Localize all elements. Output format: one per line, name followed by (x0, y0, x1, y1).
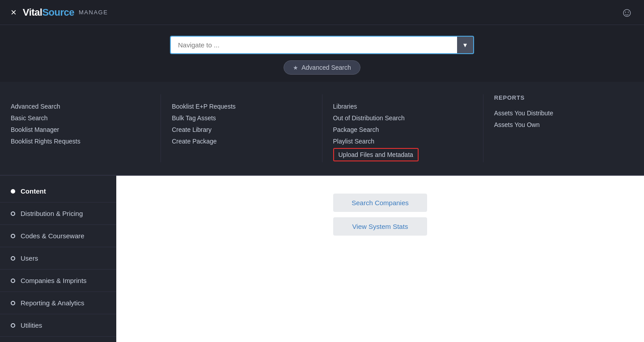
link-booklist-rights-requests[interactable]: Booklist Rights Requests (11, 135, 150, 147)
link-create-package[interactable]: Create Package (172, 135, 311, 147)
logo-source: Source (42, 7, 74, 18)
sidebar-bullet-content (11, 189, 15, 194)
sidebar-bullet-companies (11, 279, 15, 283)
link-assets-you-distribute[interactable]: Assets You Distribute (494, 107, 633, 119)
search-companies-button[interactable]: Search Companies (333, 194, 427, 212)
sidebar-bullet-users (11, 256, 15, 261)
sidebar-bullet-codes (11, 234, 15, 238)
navigate-input-wrap: ▾ (170, 36, 474, 54)
dropdown-col-4: Reports Assets You Distribute Assets You… (483, 94, 644, 162)
sidebar-label-utilities: Utilities (21, 321, 42, 329)
link-out-of-distribution-search[interactable]: Out of Distribution Search (333, 112, 472, 124)
logo: VitalSource MANAGE (23, 7, 108, 18)
link-playlist-search[interactable]: Playlist Search (333, 135, 472, 147)
utility-buttons: Search Companies View System Stats (333, 194, 427, 236)
topbar: × VitalSource MANAGE ☺ (0, 0, 644, 25)
page-body: Content Distribution & Pricing Codes & C… (0, 176, 644, 342)
sidebar-bullet-utilities (11, 323, 15, 328)
sidebar-label-reporting: Reporting & Analytics (21, 299, 85, 307)
dropdown-col-2: Booklist E+P Requests Bulk Tag Assets Cr… (161, 94, 322, 162)
sidebar-item-utilities[interactable]: Utilities (0, 314, 116, 337)
sidebar-bullet-reporting (11, 301, 15, 305)
logo-vital: Vital (23, 7, 42, 18)
sidebar-label-users: Users (21, 254, 38, 262)
link-libraries[interactable]: Libraries (333, 101, 472, 112)
dropdown-col-4-header: Reports (494, 94, 633, 101)
sidebar-item-companies[interactable]: Companies & Imprints (0, 270, 116, 292)
link-package-search[interactable]: Package Search (333, 124, 472, 135)
link-upload-files-metadata[interactable]: Upload Files and Metadata (333, 148, 419, 161)
sidebar-label-distribution: Distribution & Pricing (21, 210, 83, 217)
sidebar-item-users[interactable]: Users (0, 247, 116, 270)
link-create-library[interactable]: Create Library (172, 124, 311, 135)
dropdown-col-1: Advanced Search Basic Search Booklist Ma… (0, 94, 161, 162)
dropdown-menu: Advanced Search Basic Search Booklist Ma… (0, 82, 644, 176)
link-booklist-manager[interactable]: Booklist Manager (11, 124, 150, 135)
sidebar-label-codes: Codes & Courseware (21, 232, 85, 240)
user-icon[interactable]: ☺ (620, 5, 633, 19)
logo-manage: MANAGE (79, 9, 108, 16)
view-system-stats-button[interactable]: View System Stats (333, 217, 427, 236)
main-content: Search Companies View System Stats (116, 176, 644, 342)
sidebar-label-companies: Companies & Imprints (21, 277, 87, 284)
sidebar-label-content: Content (21, 187, 46, 195)
sidebar-item-reporting[interactable]: Reporting & Analytics (0, 292, 116, 314)
sidebar-item-codes[interactable]: Codes & Courseware (0, 225, 116, 247)
sidebar-item-content[interactable]: Content (0, 180, 116, 203)
search-area: ▾ ★ Advanced Search (0, 25, 644, 82)
link-basic-search[interactable]: Basic Search (11, 112, 150, 124)
navigate-input[interactable] (170, 36, 457, 54)
sidebar-bullet-distribution (11, 211, 15, 216)
sidebar-item-distribution[interactable]: Distribution & Pricing (0, 203, 116, 225)
advanced-search-label: Advanced Search (301, 64, 351, 71)
link-bulk-tag-assets[interactable]: Bulk Tag Assets (172, 112, 311, 124)
link-assets-you-own[interactable]: Assets You Own (494, 119, 633, 131)
advanced-search-button[interactable]: ★ Advanced Search (284, 60, 360, 75)
star-icon: ★ (293, 64, 298, 71)
topbar-right: ☺ (620, 5, 633, 20)
link-advanced-search[interactable]: Advanced Search (11, 101, 150, 112)
link-booklist-ep-requests[interactable]: Booklist E+P Requests (172, 101, 311, 112)
navigate-dropdown-button[interactable]: ▾ (457, 36, 474, 54)
dropdown-col-3: Libraries Out of Distribution Search Pac… (322, 94, 483, 162)
close-button[interactable]: × (11, 8, 17, 17)
sidebar: Content Distribution & Pricing Codes & C… (0, 176, 116, 342)
